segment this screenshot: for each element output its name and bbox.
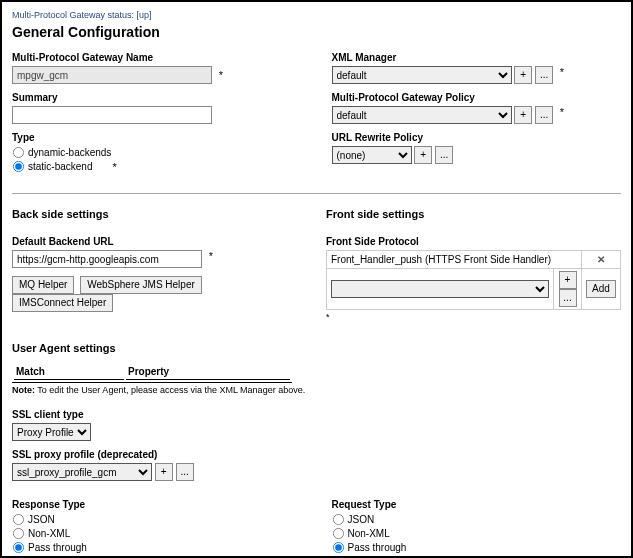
mpgw-policy-select[interactable]: default	[332, 106, 512, 124]
status-line: Multi-Protocol Gateway status: [up]	[12, 10, 621, 20]
required-star: *	[209, 250, 213, 262]
backend-url-input[interactable]	[12, 250, 202, 268]
front-protocol-label: Front Side Protocol	[326, 236, 621, 247]
ssl-proxy-profile-select[interactable]: ssl_proxy_profile_gcm	[12, 463, 152, 481]
ssl-proxy-profile-label: SSL proxy profile (deprecated)	[12, 449, 621, 460]
req-nonxml-radio[interactable]	[332, 528, 343, 539]
type-dynamic-label: dynamic-backends	[28, 147, 111, 158]
mpgw-name-label: Multi-Protocol Gateway Name	[12, 52, 302, 63]
url-rewrite-add-button[interactable]: +	[414, 146, 432, 164]
mpgw-policy-label: Multi-Protocol Gateway Policy	[332, 92, 622, 103]
resp-json-label: JSON	[28, 514, 55, 525]
request-type-label: Request Type	[332, 499, 622, 510]
divider	[12, 193, 621, 194]
xml-manager-browse-button[interactable]: ...	[535, 66, 553, 84]
type-label: Type	[12, 132, 302, 143]
front-protocol-browse-button[interactable]: ...	[559, 289, 577, 307]
required-star: *	[560, 106, 564, 118]
front-protocol-add-new-button[interactable]: +	[559, 271, 577, 289]
required-star: *	[560, 66, 564, 78]
required-star: *	[219, 69, 223, 81]
required-star: *	[112, 161, 116, 173]
status-value: [up]	[137, 10, 152, 20]
front-side-title: Front side settings	[326, 208, 621, 220]
resp-nonxml-radio[interactable]	[13, 528, 24, 539]
front-protocol-table: Front_Handler_push (HTTPS Front Side Han…	[326, 250, 621, 310]
mq-helper-button[interactable]: MQ Helper	[12, 276, 74, 294]
req-json-radio[interactable]	[332, 514, 343, 525]
backend-url-label: Default Backend URL	[12, 236, 296, 247]
url-rewrite-label: URL Rewrite Policy	[332, 132, 622, 143]
summary-label: Summary	[12, 92, 302, 103]
type-static-label: static-backend	[28, 161, 92, 172]
delete-icon[interactable]: ✕	[597, 254, 605, 265]
req-passthrough-radio[interactable]	[332, 542, 343, 553]
req-passthrough-label: Pass through	[348, 542, 407, 553]
required-star: *	[326, 312, 621, 322]
status-link[interactable]: Multi-Protocol Gateway status: [up]	[12, 10, 152, 20]
url-rewrite-browse-button[interactable]: ...	[435, 146, 453, 164]
front-protocol-add-button[interactable]: Add	[586, 280, 616, 298]
mpgw-policy-browse-button[interactable]: ...	[535, 106, 553, 124]
resp-passthrough-radio[interactable]	[13, 542, 24, 553]
response-type-label: Response Type	[12, 499, 302, 510]
type-static-radio[interactable]	[13, 161, 24, 172]
ssl-proxy-add-button[interactable]: +	[155, 463, 173, 481]
xml-manager-label: XML Manager	[332, 52, 622, 63]
mpgw-policy-add-button[interactable]: +	[514, 106, 532, 124]
websphere-jms-helper-button[interactable]: WebSphere JMS Helper	[80, 276, 202, 294]
ua-col-match: Match	[14, 364, 124, 380]
back-side-title: Back side settings	[12, 208, 296, 220]
req-nonxml-label: Non-XML	[348, 528, 390, 539]
ua-note-text: To edit the User Agent, please access vi…	[35, 385, 305, 395]
xml-manager-select[interactable]: default	[332, 66, 512, 84]
type-dynamic-radio[interactable]	[13, 147, 24, 158]
mpgw-name-input[interactable]	[12, 66, 212, 84]
ssl-client-type-select[interactable]: Proxy Profile	[12, 423, 91, 441]
url-rewrite-select[interactable]: (none)	[332, 146, 412, 164]
ua-col-property: Property	[126, 364, 290, 380]
front-handler-row[interactable]: Front_Handler_push (HTTPS Front Side Han…	[327, 251, 582, 269]
user-agent-title: User Agent settings	[12, 342, 621, 354]
resp-nonxml-label: Non-XML	[28, 528, 70, 539]
user-agent-table: Match Property	[12, 362, 292, 383]
resp-passthrough-label: Pass through	[28, 542, 87, 553]
ssl-proxy-browse-button[interactable]: ...	[176, 463, 194, 481]
resp-json-radio[interactable]	[13, 514, 24, 525]
req-json-label: JSON	[348, 514, 375, 525]
xml-manager-add-button[interactable]: +	[514, 66, 532, 84]
ua-note-prefix: Note:	[12, 385, 35, 395]
page-title: General Configuration	[12, 24, 621, 40]
front-protocol-select[interactable]	[331, 280, 549, 298]
imsconnect-helper-button[interactable]: IMSConnect Helper	[12, 294, 113, 312]
summary-input[interactable]	[12, 106, 212, 124]
ssl-client-type-label: SSL client type	[12, 409, 621, 420]
status-prefix: Multi-Protocol Gateway status:	[12, 10, 137, 20]
